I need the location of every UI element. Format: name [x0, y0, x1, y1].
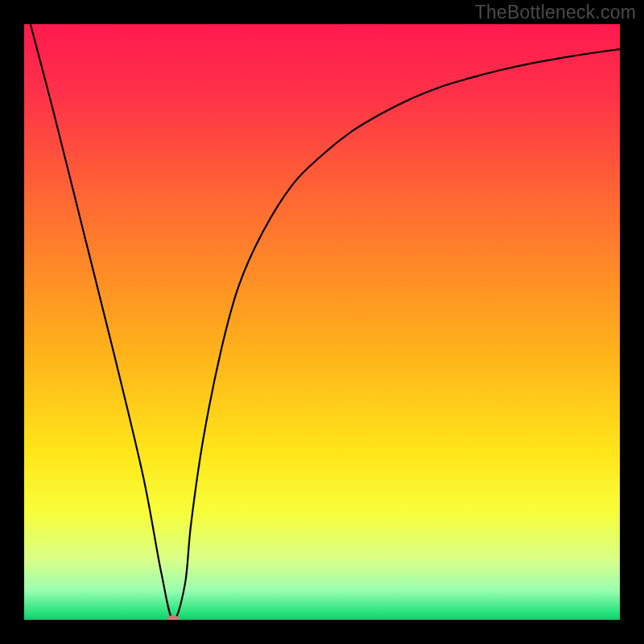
watermark-text: TheBottleneck.com: [475, 2, 636, 23]
chart-frame: TheBottleneck.com: [0, 0, 644, 644]
bottleneck-chart: [24, 24, 620, 620]
gradient-background: [24, 24, 620, 620]
